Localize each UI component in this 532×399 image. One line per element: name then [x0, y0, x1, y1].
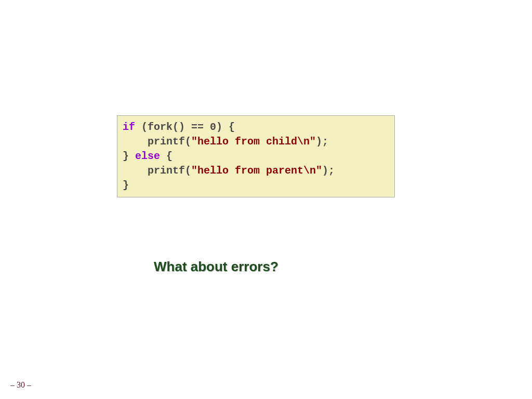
code-line2-str: "hello from child\n"	[191, 136, 316, 148]
code-line3-rest: {	[160, 150, 172, 162]
code-line4-indent: printf(	[123, 165, 191, 177]
code-line2-indent: printf(	[123, 136, 191, 148]
code-line5: }	[123, 179, 129, 191]
page-number: – 30 –	[10, 380, 31, 390]
code-kw-else: else	[135, 150, 160, 162]
code-line1-rest: (fork() == 0) {	[135, 121, 235, 133]
code-kw-if: if	[123, 121, 135, 133]
code-block: if (fork() == 0) { printf("hello from ch…	[117, 115, 395, 197]
code-line2-rest: );	[316, 136, 328, 148]
heading-question: What about errors?	[154, 259, 278, 275]
code-line3-before: }	[123, 150, 135, 162]
code-line4-str: "hello from parent\n"	[191, 165, 322, 177]
code-line4-rest: );	[322, 165, 335, 177]
